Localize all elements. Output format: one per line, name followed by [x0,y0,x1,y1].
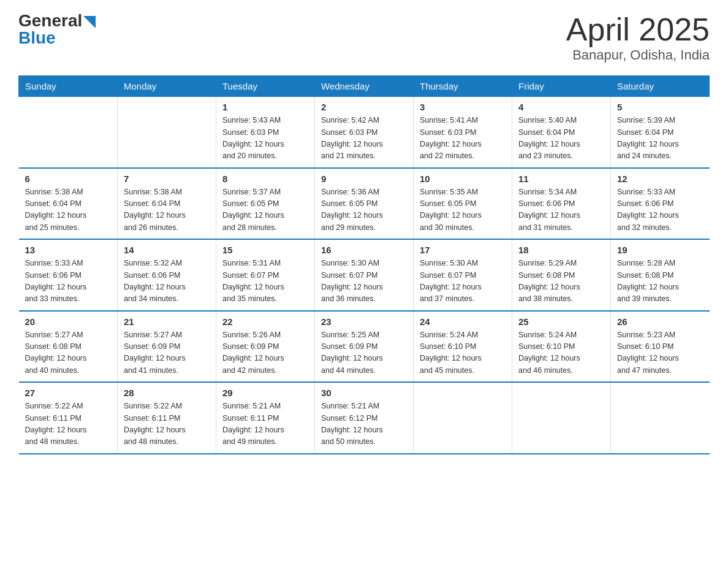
day-number: 25 [518,316,604,327]
day-info: Sunrise: 5:32 AM Sunset: 6:06 PM Dayligh… [124,258,210,305]
calendar-cell: 20Sunrise: 5:27 AM Sunset: 6:08 PM Dayli… [19,311,118,383]
day-number: 24 [420,316,506,327]
day-number: 17 [420,245,506,255]
page-container: General Blue April 2025 Banapur, Odisha,… [18,12,710,454]
day-number: 8 [222,174,308,184]
calendar-cell: 28Sunrise: 5:22 AM Sunset: 6:11 PM Dayli… [118,382,216,454]
day-info: Sunrise: 5:25 AM Sunset: 6:09 PM Dayligh… [321,329,407,377]
day-number: 16 [321,245,407,255]
calendar-cell: 10Sunrise: 5:35 AM Sunset: 6:05 PM Dayli… [414,168,512,240]
day-info: Sunrise: 5:27 AM Sunset: 6:08 PM Dayligh… [25,329,112,377]
title-block: April 2025 Banapur, Odisha, India [566,12,710,63]
calendar-cell [118,97,216,168]
day-info: Sunrise: 5:38 AM Sunset: 6:04 PM Dayligh… [124,186,210,234]
day-info: Sunrise: 5:40 AM Sunset: 6:04 PM Dayligh… [518,115,604,163]
day-number: 15 [222,245,308,255]
calendar-week-row: 6Sunrise: 5:38 AM Sunset: 6:04 PM Daylig… [19,168,710,240]
calendar-cell: 14Sunrise: 5:32 AM Sunset: 6:06 PM Dayli… [118,239,216,311]
calendar-cell: 15Sunrise: 5:31 AM Sunset: 6:07 PM Dayli… [216,239,315,311]
day-number: 9 [321,174,407,184]
day-number: 26 [617,316,703,327]
calendar-cell [414,382,512,454]
calendar-cell [611,382,710,454]
weekday-header: Thursday [414,76,512,97]
weekday-header: Saturday [611,76,710,97]
calendar-cell: 25Sunrise: 5:24 AM Sunset: 6:10 PM Dayli… [512,311,611,383]
logo-blue-text: Blue [18,29,96,47]
weekday-header-row: SundayMondayTuesdayWednesdayThursdayFrid… [19,76,710,97]
day-info: Sunrise: 5:30 AM Sunset: 6:07 PM Dayligh… [420,258,506,305]
day-info: Sunrise: 5:22 AM Sunset: 6:11 PM Dayligh… [124,400,210,448]
day-info: Sunrise: 5:24 AM Sunset: 6:10 PM Dayligh… [420,329,506,377]
calendar-cell: 27Sunrise: 5:22 AM Sunset: 6:11 PM Dayli… [19,382,118,454]
day-number: 18 [518,245,604,255]
calendar-cell: 1Sunrise: 5:43 AM Sunset: 6:03 PM Daylig… [216,97,315,168]
day-number: 20 [25,316,112,327]
calendar-title: April 2025 [566,12,710,47]
calendar-cell: 5Sunrise: 5:39 AM Sunset: 6:04 PM Daylig… [611,97,710,168]
day-info: Sunrise: 5:31 AM Sunset: 6:07 PM Dayligh… [222,258,308,305]
logo: General Blue [18,12,96,47]
day-number: 1 [222,102,308,112]
day-number: 2 [321,102,407,112]
calendar-cell: 3Sunrise: 5:41 AM Sunset: 6:03 PM Daylig… [414,97,512,168]
day-number: 21 [124,316,210,327]
calendar-week-row: 20Sunrise: 5:27 AM Sunset: 6:08 PM Dayli… [19,311,710,383]
day-number: 7 [124,174,210,184]
weekday-header: Friday [512,76,611,97]
calendar-cell: 2Sunrise: 5:42 AM Sunset: 6:03 PM Daylig… [315,97,414,168]
weekday-header: Wednesday [315,76,414,97]
day-info: Sunrise: 5:21 AM Sunset: 6:11 PM Dayligh… [222,400,308,448]
calendar-cell: 23Sunrise: 5:25 AM Sunset: 6:09 PM Dayli… [315,311,414,383]
logo-block: General Blue [18,12,96,47]
calendar-cell: 6Sunrise: 5:38 AM Sunset: 6:04 PM Daylig… [19,168,118,240]
calendar-cell: 17Sunrise: 5:30 AM Sunset: 6:07 PM Dayli… [414,239,512,311]
day-info: Sunrise: 5:36 AM Sunset: 6:05 PM Dayligh… [321,186,407,234]
calendar-cell: 7Sunrise: 5:38 AM Sunset: 6:04 PM Daylig… [118,168,216,240]
weekday-header: Monday [118,76,216,97]
day-number: 5 [617,102,703,112]
day-info: Sunrise: 5:33 AM Sunset: 6:06 PM Dayligh… [25,258,112,305]
day-info: Sunrise: 5:35 AM Sunset: 6:05 PM Dayligh… [420,186,506,234]
day-info: Sunrise: 5:24 AM Sunset: 6:10 PM Dayligh… [518,329,604,377]
weekday-header: Sunday [19,76,118,97]
calendar-cell: 26Sunrise: 5:23 AM Sunset: 6:10 PM Dayli… [611,311,710,383]
day-info: Sunrise: 5:43 AM Sunset: 6:03 PM Dayligh… [222,115,308,163]
day-info: Sunrise: 5:23 AM Sunset: 6:10 PM Dayligh… [617,329,703,377]
logo-general-text: General [18,12,82,29]
day-info: Sunrise: 5:29 AM Sunset: 6:08 PM Dayligh… [518,258,604,305]
day-number: 14 [124,245,210,255]
day-number: 6 [25,174,112,184]
calendar-week-row: 27Sunrise: 5:22 AM Sunset: 6:11 PM Dayli… [19,382,710,454]
day-number: 22 [222,316,308,327]
day-number: 19 [617,245,703,255]
day-info: Sunrise: 5:39 AM Sunset: 6:04 PM Dayligh… [617,115,703,163]
calendar-cell: 8Sunrise: 5:37 AM Sunset: 6:05 PM Daylig… [216,168,315,240]
day-info: Sunrise: 5:41 AM Sunset: 6:03 PM Dayligh… [420,115,506,163]
calendar-cell: 12Sunrise: 5:33 AM Sunset: 6:06 PM Dayli… [611,168,710,240]
header: General Blue April 2025 Banapur, Odisha,… [18,12,710,63]
day-number: 28 [124,388,210,398]
day-info: Sunrise: 5:38 AM Sunset: 6:04 PM Dayligh… [25,186,112,234]
day-info: Sunrise: 5:33 AM Sunset: 6:06 PM Dayligh… [617,186,703,234]
calendar-week-row: 13Sunrise: 5:33 AM Sunset: 6:06 PM Dayli… [19,239,710,311]
calendar-cell: 24Sunrise: 5:24 AM Sunset: 6:10 PM Dayli… [414,311,512,383]
day-info: Sunrise: 5:37 AM Sunset: 6:05 PM Dayligh… [222,186,308,234]
calendar-cell: 11Sunrise: 5:34 AM Sunset: 6:06 PM Dayli… [512,168,611,240]
calendar-cell: 9Sunrise: 5:36 AM Sunset: 6:05 PM Daylig… [315,168,414,240]
calendar-cell: 19Sunrise: 5:28 AM Sunset: 6:08 PM Dayli… [611,239,710,311]
calendar-cell: 30Sunrise: 5:21 AM Sunset: 6:12 PM Dayli… [315,382,414,454]
calendar-cell: 16Sunrise: 5:30 AM Sunset: 6:07 PM Dayli… [315,239,414,311]
day-number: 4 [518,102,604,112]
day-number: 12 [617,174,703,184]
day-number: 11 [518,174,604,184]
calendar-subtitle: Banapur, Odisha, India [566,47,710,63]
day-number: 29 [222,388,308,398]
day-info: Sunrise: 5:22 AM Sunset: 6:11 PM Dayligh… [25,400,112,448]
day-number: 23 [321,316,407,327]
day-info: Sunrise: 5:26 AM Sunset: 6:09 PM Dayligh… [222,329,308,377]
day-number: 13 [25,245,112,255]
calendar-week-row: 1Sunrise: 5:43 AM Sunset: 6:03 PM Daylig… [19,97,710,168]
day-info: Sunrise: 5:30 AM Sunset: 6:07 PM Dayligh… [321,258,407,305]
day-info: Sunrise: 5:28 AM Sunset: 6:08 PM Dayligh… [617,258,703,305]
